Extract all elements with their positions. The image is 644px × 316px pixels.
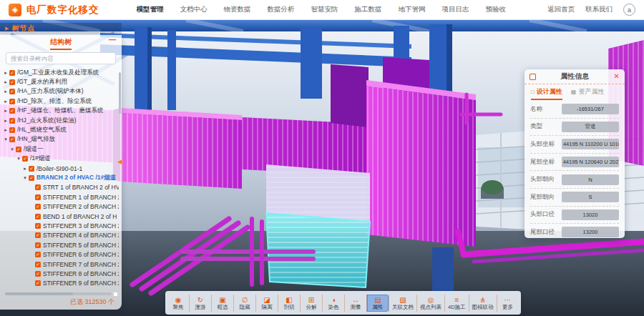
nav-item[interactable]: 文档中心 bbox=[180, 5, 208, 14]
tree-row[interactable]: /烟道一 bbox=[0, 144, 119, 154]
user-avatar[interactable]: a bbox=[623, 4, 635, 16]
toolbar-button[interactable]: ⊞ 分解 bbox=[300, 295, 322, 312]
tree-checkbox[interactable] bbox=[29, 166, 34, 172]
toolbar-button[interactable]: ◉ 聚焦 bbox=[167, 295, 189, 312]
tree-row[interactable]: /Boiler-SI90-01-1 bbox=[0, 164, 119, 173]
toolbar-button[interactable]: ⋯ 更多 bbox=[497, 295, 519, 312]
tree-row[interactable]: STIFFENER 5 of BRANCH 2 bbox=[0, 240, 119, 250]
tree-arrow-icon[interactable] bbox=[3, 108, 9, 114]
tree-row[interactable]: STIFFENER 7 of BRANCH 2 bbox=[0, 260, 119, 269]
tree-row[interactable]: /HD_除灰、排渣、除尘系统 bbox=[0, 97, 119, 106]
tree-row[interactable]: STIFFENER 4 of BRANCH 2 bbox=[0, 231, 119, 240]
tree-row[interactable]: /GT_废水的再利用 bbox=[0, 77, 119, 87]
tree-checkbox[interactable] bbox=[35, 214, 41, 219]
tree-row[interactable]: STIFFENER 1 of BRANCH 2 bbox=[0, 192, 119, 202]
more-icon: ⋯ bbox=[504, 296, 512, 304]
tree-checkbox[interactable] bbox=[35, 204, 41, 209]
toolbar-button[interactable]: ▨ 关联文档 bbox=[389, 295, 416, 312]
tree-arrow-icon[interactable] bbox=[3, 99, 9, 104]
toolbar-button[interactable]: ▣ 框选 bbox=[211, 295, 233, 312]
tree-node-header[interactable]: ▶ 树节点 bbox=[0, 23, 122, 34]
nav-item[interactable]: 模型管理 bbox=[137, 5, 164, 14]
tree-checkbox[interactable] bbox=[35, 194, 41, 200]
tree-checkbox[interactable] bbox=[35, 242, 41, 248]
tree-arrow-icon[interactable] bbox=[3, 70, 9, 76]
toolbar-button[interactable]: ∅ 隐藏 bbox=[233, 295, 255, 312]
home-link[interactable]: 返回首页 bbox=[547, 5, 575, 14]
tree-arrow-icon[interactable] bbox=[3, 127, 9, 133]
nav-item[interactable]: 地下管网 bbox=[399, 5, 426, 14]
tree-search-input[interactable] bbox=[6, 52, 116, 64]
tab-structure-tree[interactable]: 结构树 bbox=[50, 37, 72, 50]
tree-row[interactable]: STIFFENER 8 of BRANCH 2 bbox=[0, 269, 119, 278]
tree-checkbox[interactable] bbox=[9, 89, 15, 94]
tree-row[interactable]: /HJ_点火系统(轻柴油) bbox=[0, 116, 119, 125]
tree-checkbox[interactable] bbox=[9, 137, 15, 142]
nav-item[interactable]: 数据分析 bbox=[268, 5, 295, 14]
tree-checkbox[interactable] bbox=[35, 262, 41, 267]
tree-checkbox[interactable] bbox=[9, 127, 15, 133]
nav-item[interactable]: 预验收 bbox=[486, 5, 507, 14]
selected-duct-highlight[interactable] bbox=[266, 164, 370, 287]
pin-icon[interactable] bbox=[530, 74, 536, 80]
close-icon[interactable]: ✕ bbox=[614, 73, 620, 80]
tree-checkbox[interactable] bbox=[35, 252, 41, 257]
tree-checkbox[interactable] bbox=[9, 118, 15, 124]
tree-row[interactable]: /HF_储煤仓、给煤机、磨煤系统 bbox=[0, 107, 119, 116]
tree-row[interactable]: /HA_压力系统(锅炉本体) bbox=[0, 87, 119, 97]
tree-arrow-icon[interactable] bbox=[16, 156, 21, 162]
tree-row[interactable]: STRT 1 of BRANCH 2 of HV bbox=[0, 183, 119, 192]
tree-checkbox[interactable] bbox=[29, 175, 34, 181]
tree-arrow-icon[interactable] bbox=[3, 79, 9, 85]
tree-arrow-icon[interactable] bbox=[3, 137, 9, 142]
tree-checkbox[interactable] bbox=[9, 108, 15, 114]
nav-item[interactable]: 项目日志 bbox=[442, 5, 469, 14]
toolbar-button[interactable]: ↔ 测量 bbox=[344, 295, 366, 312]
model-drawing-link-icon: ⋔ bbox=[479, 296, 485, 304]
tree-arrow-icon[interactable] bbox=[3, 118, 9, 124]
tree-arrow-icon[interactable] bbox=[3, 89, 9, 94]
toolbar-button[interactable]: ⋔ 图模联动 bbox=[469, 295, 497, 312]
tree-row[interactable]: STIFFENER 6 of BRANCH 2 bbox=[0, 250, 119, 259]
tree-row[interactable]: BEND 1 of BRANCH 2 of H bbox=[0, 212, 119, 221]
toolbar-button[interactable]: ▤ 属性 bbox=[366, 295, 389, 312]
toolbar-button[interactable]: ↻ 漫游 bbox=[189, 295, 211, 312]
tree-checkbox[interactable] bbox=[22, 156, 28, 162]
tree-arrow-icon[interactable] bbox=[22, 175, 28, 181]
contact-link[interactable]: 联系我们 bbox=[585, 5, 613, 14]
tree-row[interactable]: BRANCH 2 of HVAC /1#烟道 bbox=[0, 173, 119, 182]
panel-collapse-icon[interactable]: ◀ bbox=[117, 158, 122, 165]
tree-vertical-scrollbar[interactable] bbox=[119, 72, 121, 114]
tree-checkbox[interactable] bbox=[35, 223, 41, 229]
tree-arrow-icon[interactable] bbox=[22, 166, 28, 172]
toolbar-button[interactable]: ◑ 染色 bbox=[322, 295, 344, 312]
tree-row[interactable]: /HL_燃烧空气系统 bbox=[0, 125, 119, 134]
properties-tab[interactable]: □ 设计属性 bbox=[531, 84, 562, 100]
toolbar-button[interactable]: ◎ 视点列表 bbox=[416, 295, 444, 312]
tree-checkbox[interactable] bbox=[9, 99, 15, 104]
tree-horizontal-scrollbar[interactable] bbox=[5, 292, 112, 295]
tree-checkbox[interactable] bbox=[9, 79, 15, 85]
toolbar-button[interactable]: ◧ 剖切 bbox=[278, 295, 300, 312]
tree-checkbox[interactable] bbox=[16, 147, 21, 152]
toolbar-button[interactable]: ≡ 4D施工 bbox=[444, 295, 469, 312]
tree-row[interactable]: /HN_烟气排放 bbox=[0, 135, 119, 144]
tree-checkbox[interactable] bbox=[35, 271, 41, 277]
tree-row[interactable]: STIFFENER 3 of BRANCH 2 bbox=[0, 221, 119, 230]
tree-row[interactable]: /1#烟道 bbox=[0, 154, 119, 164]
top-header: ◈ 电厂数字化移交 模型管理文档中心物资数据数据分析智慧安防施工数据地下管网项目… bbox=[0, 0, 644, 20]
tree-checkbox[interactable] bbox=[35, 232, 41, 238]
tree-row[interactable]: STIFFENER 9 of BRANCH 2 bbox=[0, 279, 119, 288]
tree-checkbox[interactable] bbox=[35, 280, 41, 286]
nav-item[interactable]: 施工数据 bbox=[355, 5, 382, 14]
toolbar-button[interactable]: ◪ 隔离 bbox=[255, 295, 278, 312]
nav-item[interactable]: 智慧安防 bbox=[311, 5, 338, 14]
nav-item[interactable]: 物资数据 bbox=[224, 5, 251, 14]
tree-arrow-icon[interactable] bbox=[9, 147, 15, 152]
tree-row[interactable]: /GM_工业废水收集及处理系统 bbox=[0, 68, 119, 77]
tree-checkbox[interactable] bbox=[9, 70, 15, 76]
tree-row[interactable]: STIFFENER 2 of BRANCH 2 bbox=[0, 202, 119, 211]
tree-checkbox[interactable] bbox=[35, 184, 41, 190]
properties-tab[interactable]: ▦ 资产属性 bbox=[571, 84, 605, 100]
minimize-icon[interactable]: — bbox=[109, 36, 116, 44]
